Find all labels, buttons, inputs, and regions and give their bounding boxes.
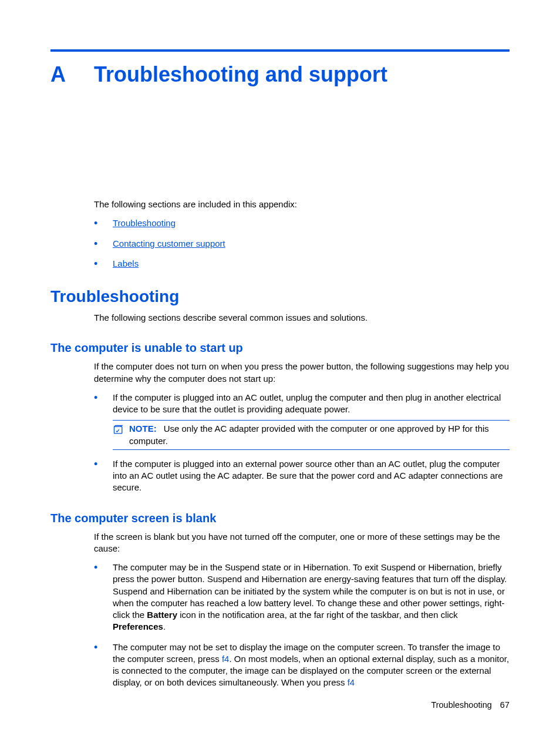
list-item: Contacting customer support bbox=[94, 238, 510, 250]
note-box: NOTE:Use only the AC adapter provided wi… bbox=[113, 420, 510, 450]
note-label: NOTE: bbox=[129, 424, 157, 434]
note-icon bbox=[113, 424, 126, 447]
bold-battery: Battery bbox=[147, 610, 177, 620]
page-footer: Troubleshooting67 bbox=[431, 700, 510, 710]
key-f4: f4 bbox=[222, 654, 230, 664]
appendix-heading: A Troubleshooting and support bbox=[50, 62, 510, 87]
section-intro: The following sections describe several … bbox=[94, 312, 510, 324]
toc-list: Troubleshooting Contacting customer supp… bbox=[94, 217, 510, 270]
footer-page-number: 67 bbox=[500, 700, 510, 710]
list-item: The computer may be in the Suspend state… bbox=[94, 562, 510, 633]
key-f4: f4 bbox=[348, 677, 355, 687]
appendix-title-text: Troubleshooting and support bbox=[94, 62, 387, 87]
appendix-letter: A bbox=[50, 62, 94, 87]
sub2-bullets: The computer may be in the Suspend state… bbox=[94, 562, 510, 689]
list-item: If the computer is plugged into an exter… bbox=[94, 458, 510, 494]
section-heading-troubleshooting: Troubleshooting bbox=[50, 287, 510, 306]
note-text: Use only the AC adapter provided with th… bbox=[129, 424, 489, 445]
sub1-bullets: If the computer is plugged into an AC ou… bbox=[94, 392, 510, 494]
footer-label: Troubleshooting bbox=[431, 700, 491, 710]
intro-paragraph: The following sections are included in t… bbox=[94, 199, 510, 210]
sub1-intro: If the computer does not turn on when yo… bbox=[94, 361, 510, 385]
list-item: Troubleshooting bbox=[94, 217, 510, 229]
bullet-text-part: icon in the notification area, at the fa… bbox=[177, 610, 458, 620]
bold-preferences: Preferences bbox=[113, 621, 163, 631]
list-item: If the computer is plugged into an AC ou… bbox=[94, 392, 510, 450]
toc-link-labels[interactable]: Labels bbox=[113, 258, 139, 268]
sub2-intro: If the screen is blank but you have not … bbox=[94, 531, 510, 555]
top-rule bbox=[50, 49, 510, 52]
bullet-text-part: . bbox=[163, 621, 166, 631]
subsection-heading-unable-to-start: The computer is unable to start up bbox=[50, 341, 510, 355]
list-item: The computer may not be set to display t… bbox=[94, 641, 510, 689]
svg-rect-0 bbox=[114, 426, 122, 434]
list-item: Labels bbox=[94, 258, 510, 270]
toc-link-troubleshooting[interactable]: Troubleshooting bbox=[113, 218, 176, 228]
toc-link-contacting-support[interactable]: Contacting customer support bbox=[113, 238, 225, 248]
bullet-text: If the computer is plugged into an exter… bbox=[113, 459, 503, 493]
note-content: NOTE:Use only the AC adapter provided wi… bbox=[129, 423, 510, 447]
subsection-heading-screen-blank: The computer screen is blank bbox=[50, 512, 510, 525]
bullet-text: If the computer is plugged into an AC ou… bbox=[113, 392, 501, 414]
